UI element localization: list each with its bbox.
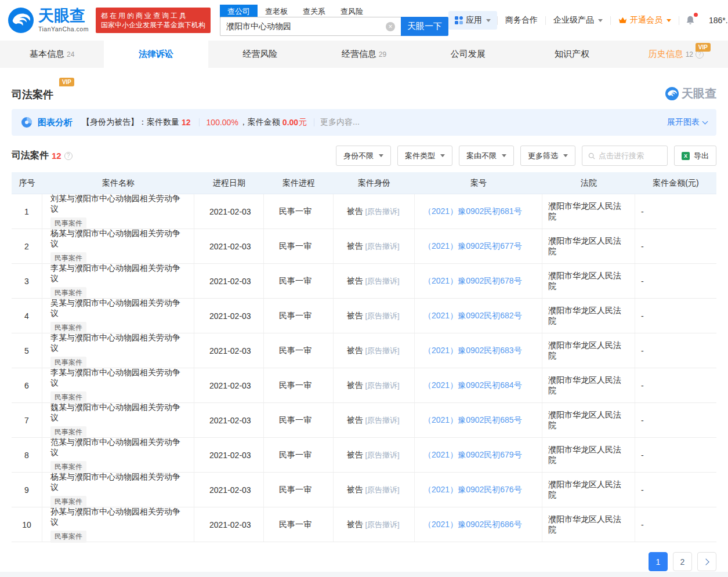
search-input[interactable] [220,17,401,36]
top-right-nav: 应用 商务合作 企业级产品 开通会员 186*... [448,11,728,30]
list-controls: 司法案件 12 ? 身份不限 案件类型 案由不限 更多筛选 X 导出 [12,146,716,166]
tab-intellectual-property[interactable]: 知识产权 [520,41,624,68]
table-row: 9 杨某与濮阳市中心动物园相关劳动争议 民事案件 2021-02-03 民事一审… [12,473,716,507]
tab-count: 29 [379,50,386,59]
help-icon[interactable]: ? [64,152,73,160]
list-search-box[interactable] [582,146,668,166]
tab-count: 12 [686,50,693,59]
case-number-link[interactable]: （2021）豫0902民初679号 [423,450,535,460]
divider [199,118,200,126]
export-button[interactable]: X 导出 [674,146,716,166]
case-role: 被告 [346,485,363,495]
amount-label: ，案件金额 [240,117,280,128]
case-index: 9 [12,473,42,507]
case-name-cell: 孙某与濮阳市中心动物园相关劳动争议 民事案件 [42,507,194,542]
top-header: 天眼查 TianYanCha.com 都在用的商业查询工具 国家中小企业发展子基… [0,0,728,41]
case-date: 2021-02-03 [194,438,264,472]
tab-business-info[interactable]: 经营信息 29 [312,41,416,68]
case-process: 民事一审 [264,473,334,507]
col-case-no: 案号 [415,178,542,188]
case-date: 2021-02-03 [194,403,264,437]
case-name-cell: 刘某与濮阳市中心动物园相关劳动争议 民事案件 [42,194,194,228]
notification-bell[interactable] [679,15,701,26]
chevron-down-icon [379,154,383,157]
tab-company-development[interactable]: 公司发展 [416,41,520,68]
chevron-right-icon [702,558,709,565]
case-role-note: [原告撤诉] [365,450,399,460]
apps-grid-icon [455,16,463,24]
case-number-link[interactable]: （2021）豫0902民初676号 [423,485,535,495]
tab-basic-info[interactable]: 基本信息 24 [0,41,104,68]
more-content-link[interactable]: 更多内容... [320,117,360,128]
membership-label: 开通会员 [630,15,662,26]
case-number-link[interactable]: （2021）豫0902民初686号 [423,520,535,530]
segment-label: 【身份为被告】： [82,117,147,128]
tab-operational-risk[interactable]: 经营风险 [208,41,312,68]
col-index: 序号 [12,178,42,188]
case-name-cell: 杨某与濮阳市中心动物园相关劳动争议 民事案件 [42,229,194,263]
col-date: 进程日期 [194,178,264,188]
table-row: 6 李某与濮阳市中心动物园相关劳动争议 民事案件 2021-02-03 民事一审… [12,368,716,403]
case-role-cell: 被告 [原告撤诉] [334,194,415,228]
case-amount: - [635,264,716,298]
case-count-value: 12 [182,118,191,127]
amount-unit: 元 [299,117,307,128]
open-membership[interactable]: 开通会员 [611,15,679,26]
case-number-link[interactable]: （2021）豫0902民初683号 [423,346,535,356]
page-button-1[interactable]: 1 [649,552,668,571]
chevron-down-icon [486,19,491,22]
col-process: 案件进程 [264,178,334,188]
filter-more[interactable]: 更多筛选 [520,146,575,166]
page-button-2[interactable]: 2 [673,552,692,571]
case-number-link[interactable]: （2021）豫0902民初685号 [423,415,535,426]
case-role-note: [原告撤诉] [365,311,399,321]
tab-label: 知识产权 [555,49,589,60]
nav-business-cooperation[interactable]: 商务合作 [498,15,545,26]
nav-enterprise-products[interactable]: 企业级产品 [546,15,610,26]
case-number-link[interactable]: （2021）豫0902民初681号 [423,206,535,217]
filter-cause[interactable]: 案由不限 [459,146,514,166]
case-number-cell: （2021）豫0902民初685号 [415,403,542,437]
case-number-link[interactable]: （2021）豫0902民初678号 [423,276,535,286]
case-role-note: [原告撤诉] [365,206,399,217]
case-process: 民事一审 [264,507,334,542]
case-date: 2021-02-03 [194,194,264,228]
tab-legal-proceedings[interactable]: 法律诉讼 [104,41,208,68]
company-tabbar: 基本信息 24 法律诉讼 经营风险 经营信息 29 公司发展 知识产权 VIP … [0,41,728,68]
filter-case-type[interactable]: 案件类型 [397,146,452,166]
apps-menu[interactable]: 应用 [448,11,497,30]
user-account[interactable]: 186*... [701,16,728,25]
expand-chart-link[interactable]: 展开图表 [667,117,707,128]
next-page-button[interactable] [697,552,716,571]
chevron-down-icon [702,118,708,124]
tab-label: 经营风险 [242,49,277,60]
chevron-down-icon [440,154,445,157]
tianyancha-logo[interactable]: 天眼查 TianYanCha.com [8,8,89,33]
filter-bar: 身份不限 案件类型 案由不限 更多筛选 X 导出 [336,146,716,166]
case-number-link[interactable]: （2021）豫0902民初682号 [423,311,535,321]
case-number-link[interactable]: （2021）豫0902民初677号 [423,241,535,252]
case-process: 民事一审 [264,229,334,263]
case-role: 被告 [346,380,363,391]
case-date: 2021-02-03 [194,229,264,263]
case-index: 6 [12,368,42,402]
slogan-badge: 都在用的商业查询工具 国家中小企业发展子基金旗下机构 [96,8,211,33]
chart-analysis-link[interactable]: 图表分析 [38,117,73,128]
search-button[interactable]: 天眼一下 [401,17,448,36]
page-title: 司法案件 [12,89,53,100]
case-number-link[interactable]: （2021）豫0902民初684号 [423,380,535,391]
filter-identity[interactable]: 身份不限 [336,146,391,166]
case-index: 5 [12,333,42,368]
case-date: 2021-02-03 [194,507,264,542]
case-index: 3 [12,264,42,298]
case-number-cell: （2021）豫0902民初676号 [415,473,542,507]
tab-history-info[interactable]: VIP 历史信息 12 ? [624,41,728,68]
case-name: 李某与濮阳市中心动物园相关劳动争议 [50,263,187,284]
list-search-input[interactable] [599,151,661,160]
case-name: 李某与濮阳市中心动物园相关劳动争议 [50,332,187,353]
clear-search-icon[interactable]: × [386,22,395,31]
case-date: 2021-02-03 [194,333,264,368]
vip-badge: VIP [696,43,711,52]
case-process: 民事一审 [264,403,334,437]
table-row: 8 范某与濮阳市中心动物园相关劳动争议 民事案件 2021-02-03 民事一审… [12,438,716,473]
